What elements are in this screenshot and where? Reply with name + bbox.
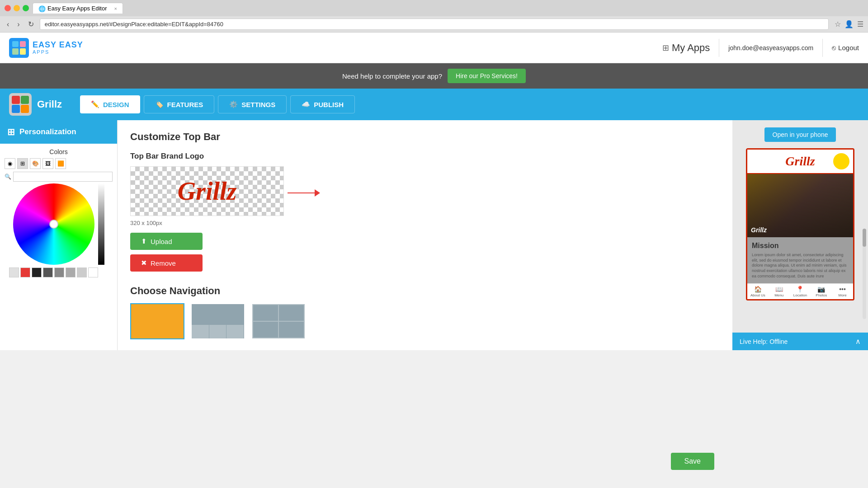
logo-section-title: Top Bar Brand Logo bbox=[130, 152, 720, 161]
phone-nav-more[interactable]: ••• More bbox=[832, 286, 853, 297]
tab-publish[interactable]: ☁️ PUBLISH bbox=[290, 95, 355, 113]
pro-services-button[interactable]: Hire our Pro Services! bbox=[448, 69, 526, 83]
color-search-row: 🔍 bbox=[5, 172, 113, 182]
browser-nav-icons: ☆ 👤 ☰ bbox=[835, 20, 863, 28]
settings-icon: ⚙️ bbox=[229, 100, 238, 108]
scrollbar-thumb[interactable] bbox=[863, 229, 866, 247]
remove-button[interactable]: ✖ Remove bbox=[130, 254, 203, 272]
app-subheader: Grillz ✏️ DESIGN 🏷️ FEATURES ⚙️ SETTINGS… bbox=[0, 89, 868, 120]
design-label: DESIGN bbox=[103, 101, 129, 108]
open-in-phone-button[interactable]: Open in your phone bbox=[764, 127, 836, 142]
swatch-2[interactable] bbox=[20, 267, 30, 277]
user-icon[interactable]: 👤 bbox=[844, 20, 854, 28]
about-nav-label: About Us bbox=[747, 293, 769, 297]
swatch-4[interactable] bbox=[43, 267, 53, 277]
colors-section: Colors ◉ ⊞ 🎨 🖼 🟧 🔍 bbox=[0, 144, 117, 285]
tab-design[interactable]: ✏️ DESIGN bbox=[80, 95, 140, 113]
features-icon: 🏷️ bbox=[155, 100, 164, 108]
color-photo-btn[interactable]: 🖼 bbox=[42, 158, 53, 169]
colors-toolbar: ◉ ⊞ 🎨 🖼 🟧 bbox=[5, 158, 113, 169]
phone-nav-photos[interactable]: 📷 Photos bbox=[811, 286, 832, 297]
logout-label: Logout bbox=[838, 44, 859, 52]
app-name: Grillz bbox=[37, 99, 62, 110]
features-label: FEATURES bbox=[167, 101, 203, 108]
color-grid-btn[interactable]: ⊞ bbox=[17, 158, 28, 169]
forward-button[interactable]: › bbox=[15, 19, 22, 29]
color-swatches bbox=[9, 267, 108, 277]
color-wheel-row bbox=[5, 183, 113, 265]
img-size-text: 320 x 100px bbox=[130, 220, 720, 226]
scrollbar-track[interactable] bbox=[863, 229, 866, 319]
page-title: Customize Top Bar bbox=[130, 131, 720, 143]
phone-nav-about[interactable]: 🏠 About Us bbox=[747, 286, 769, 297]
sidebar-header-label: Personalization bbox=[19, 127, 76, 136]
address-bar[interactable] bbox=[40, 19, 829, 30]
upload-button[interactable]: ⬆ Upload bbox=[130, 233, 203, 250]
design-icon: ✏️ bbox=[91, 100, 99, 108]
live-help-chevron-icon[interactable]: ∧ bbox=[855, 337, 861, 346]
personalization-icon: ⊞ bbox=[7, 127, 15, 137]
nav-option-solid[interactable] bbox=[130, 303, 184, 339]
remove-label: Remove bbox=[151, 259, 176, 267]
reload-button[interactable]: ↻ bbox=[26, 19, 36, 29]
swatch-3[interactable] bbox=[32, 267, 42, 277]
brightness-bar[interactable] bbox=[98, 183, 104, 265]
logout-button[interactable]: ⎋ Logout bbox=[832, 44, 859, 52]
browser-titlebar: 🌐 Easy Easy Apps Editor × bbox=[0, 0, 868, 16]
more-nav-label: More bbox=[832, 293, 853, 297]
minimize-window-btn[interactable] bbox=[14, 5, 20, 11]
live-help-label: Live Help: Offline bbox=[740, 338, 788, 345]
color-search-input[interactable] bbox=[13, 172, 113, 182]
logo-preview-text: Grillz bbox=[178, 177, 237, 206]
nav-divider-2 bbox=[822, 39, 823, 57]
back-button[interactable]: ‹ bbox=[5, 19, 11, 29]
content-wrapper: ⊞ Personalization Colors ◉ ⊞ 🎨 🖼 🟧 🔍 bbox=[0, 120, 868, 350]
sidebar-header: ⊞ Personalization bbox=[0, 120, 117, 144]
tab-settings[interactable]: ⚙️ SETTINGS bbox=[218, 95, 287, 113]
phone-mission-text: Lorem ipsum dolor sit amet, consectetur … bbox=[752, 253, 849, 279]
phone-topbar: Grillz bbox=[747, 150, 853, 174]
close-window-btn[interactable] bbox=[5, 5, 11, 11]
logo-text: EASY EASY APPS bbox=[33, 41, 83, 55]
logo-icon[interactable] bbox=[9, 38, 29, 58]
tab-buttons: ✏️ DESIGN 🏷️ FEATURES ⚙️ SETTINGS ☁️ PUB… bbox=[80, 95, 355, 113]
phone-nav-location[interactable]: 📍 Location bbox=[790, 286, 811, 297]
nav-options bbox=[130, 303, 720, 339]
browser-tab[interactable]: 🌐 Easy Easy Apps Editor × bbox=[33, 3, 123, 14]
tab-close-btn[interactable]: × bbox=[114, 6, 117, 11]
apps-grid-icon: ⊞ bbox=[662, 43, 669, 53]
swatch-8[interactable] bbox=[88, 267, 98, 277]
logout-icon: ⎋ bbox=[832, 44, 836, 52]
phone-mission-title: Mission bbox=[752, 242, 849, 250]
app-logo-small bbox=[9, 93, 32, 116]
swatch-1[interactable] bbox=[9, 267, 19, 277]
tab-features[interactable]: 🏷️ FEATURES bbox=[144, 95, 215, 113]
my-apps-nav[interactable]: ⊞ My Apps bbox=[662, 42, 710, 54]
about-nav-icon: 🏠 bbox=[747, 286, 769, 293]
location-nav-icon: 📍 bbox=[790, 286, 811, 293]
publish-icon: ☁️ bbox=[302, 100, 310, 108]
color-swatch-btn[interactable]: 🟧 bbox=[55, 158, 66, 169]
phone-nav-menu[interactable]: 📖 Menu bbox=[769, 286, 790, 297]
colors-title: Colors bbox=[5, 148, 113, 155]
swatch-6[interactable] bbox=[66, 267, 75, 277]
phone-nav-bar: 🏠 About Us 📖 Menu 📍 Location 📷 Photos ••… bbox=[747, 283, 853, 299]
phone-mission: Mission Lorem ipsum dolor sit amet, cons… bbox=[747, 237, 853, 283]
editor-area: Customize Top Bar Top Bar Brand Logo Gri… bbox=[118, 120, 732, 350]
color-palette-btn[interactable]: 🎨 bbox=[30, 158, 41, 169]
nav-option-grid[interactable] bbox=[251, 303, 306, 339]
logo-preview: Grillz bbox=[130, 166, 284, 216]
live-help-bar: Live Help: Offline ∧ bbox=[732, 333, 868, 350]
maximize-window-btn[interactable] bbox=[23, 5, 29, 11]
swatch-5[interactable] bbox=[54, 267, 64, 277]
color-circle-btn[interactable]: ◉ bbox=[5, 158, 15, 169]
remove-icon: ✖ bbox=[141, 259, 147, 267]
logo-area: EASY EASY APPS bbox=[9, 38, 662, 58]
phone-hero: Grillz bbox=[747, 174, 853, 237]
nav-option-tabs[interactable] bbox=[191, 303, 245, 339]
menu-icon[interactable]: ☰ bbox=[857, 20, 863, 28]
swatch-7[interactable] bbox=[77, 267, 87, 277]
my-apps-label: My Apps bbox=[672, 42, 710, 54]
bookmark-icon[interactable]: ☆ bbox=[835, 20, 841, 28]
tab-title: Easy Easy Apps Editor bbox=[47, 5, 107, 12]
